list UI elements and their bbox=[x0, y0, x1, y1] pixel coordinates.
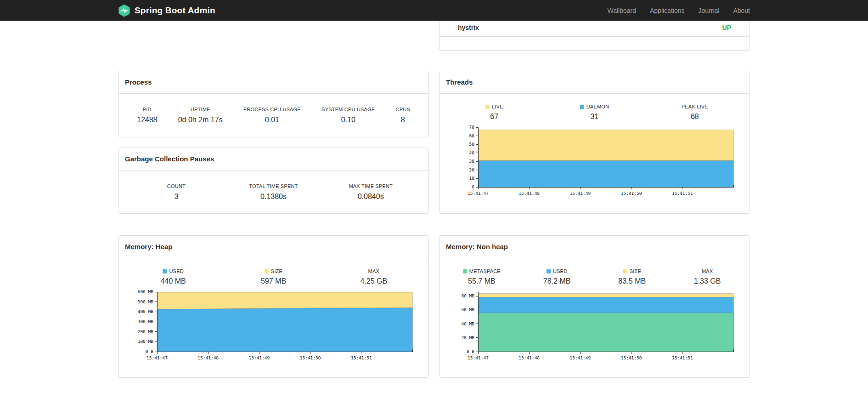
metric-system-cpu-usage: SYSTEM CPU USAGE 0.10 bbox=[321, 107, 375, 124]
metric-value: 0.1380s bbox=[225, 193, 322, 201]
legend-label: USED bbox=[123, 268, 223, 274]
svg-text:0 B: 0 B bbox=[466, 349, 474, 354]
legend-max: MAX 1.33 GB bbox=[670, 268, 745, 285]
svg-text:300 MB: 300 MB bbox=[137, 319, 153, 324]
legend-size: SIZE 83.5 MB bbox=[595, 268, 670, 285]
svg-text:200 MB: 200 MB bbox=[137, 329, 153, 334]
nav-wallboard[interactable]: Wallboard bbox=[600, 7, 643, 14]
svg-text:0: 0 bbox=[472, 184, 474, 189]
nav-about[interactable]: About bbox=[726, 7, 750, 14]
svg-text:15:41:49: 15:41:49 bbox=[569, 191, 591, 196]
metric-label: UPTIME bbox=[178, 107, 223, 112]
process-title: Process bbox=[125, 78, 152, 86]
status-badge: UP bbox=[722, 24, 731, 31]
legend-text: MAX bbox=[368, 268, 379, 274]
metaspace-swatch bbox=[463, 269, 467, 273]
legend-text: METASPACE bbox=[469, 268, 501, 274]
legend-text: USED bbox=[169, 268, 183, 274]
health-panel-spacer bbox=[440, 37, 750, 50]
memory-nonheap-panel-heading: Memory: Non heap bbox=[440, 236, 750, 258]
gc-metrics: COUNT 3 TOTAL TIME SPENT 0.1380s MAX TIM… bbox=[118, 171, 428, 201]
memory-heap-title: Memory: Heap bbox=[125, 243, 172, 251]
svg-text:15:41:51: 15:41:51 bbox=[671, 191, 693, 196]
metric-count: COUNT 3 bbox=[128, 183, 225, 201]
nav-journal[interactable]: Journal bbox=[691, 7, 726, 14]
svg-text:60: 60 bbox=[469, 133, 474, 138]
metric-value: 12488 bbox=[137, 116, 158, 124]
size-swatch bbox=[623, 269, 627, 273]
threads-chart: 01020304050607015:41:4715:41:4815:41:491… bbox=[444, 124, 745, 199]
legend-label: SIZE bbox=[223, 268, 323, 274]
memory-nonheap-chart: 0 B20 MB40 MB60 MB80 MB15:41:4715:41:481… bbox=[444, 288, 745, 364]
metric-label: TOTAL TIME SPENT bbox=[225, 183, 322, 189]
svg-text:70: 70 bbox=[469, 125, 474, 130]
memory-heap-panel: Memory: Heap USED 440 MB SIZE 597 MB MAX… bbox=[118, 235, 429, 378]
metric-label: SYSTEM CPU USAGE bbox=[321, 107, 375, 112]
svg-text:0 B: 0 B bbox=[145, 349, 153, 354]
spring-boot-logo-icon bbox=[118, 4, 130, 17]
svg-text:60 MB: 60 MB bbox=[461, 307, 474, 312]
legend-label: PEAK LIVE bbox=[645, 104, 745, 109]
svg-text:15:41:49: 15:41:49 bbox=[248, 355, 270, 360]
svg-text:15:41:47: 15:41:47 bbox=[468, 191, 489, 196]
legend-value: 55.7 MB bbox=[444, 277, 519, 285]
bottom-row: Memory: Heap USED 440 MB SIZE 597 MB MAX… bbox=[118, 235, 750, 378]
legend-value: 68 bbox=[645, 113, 745, 121]
gc-panel: Garbage Collection Pauses COUNT 3 TOTAL … bbox=[118, 148, 429, 214]
legend-text: DAEMON bbox=[586, 104, 609, 109]
svg-text:15:41:50: 15:41:50 bbox=[299, 355, 321, 360]
threads-title: Threads bbox=[446, 78, 473, 86]
brand-link[interactable]: Spring Boot Admin bbox=[118, 4, 215, 17]
svg-text:600 MB: 600 MB bbox=[137, 289, 153, 294]
svg-text:50: 50 bbox=[469, 142, 474, 147]
metric-cpus: CPUS 8 bbox=[396, 107, 410, 124]
metric-label: COUNT bbox=[128, 183, 225, 189]
threads-legend: LIVE 67 DAEMON 31 PEAK LIVE 68 bbox=[440, 94, 750, 121]
metric-process-cpu-usage: PROCESS CPU USAGE 0.01 bbox=[243, 107, 301, 124]
svg-text:15:41:49: 15:41:49 bbox=[569, 355, 591, 360]
size-swatch bbox=[265, 269, 269, 273]
legend-text: PEAK LIVE bbox=[682, 104, 708, 109]
svg-text:15:41:50: 15:41:50 bbox=[620, 355, 642, 360]
metric-label: PROCESS CPU USAGE bbox=[243, 107, 301, 112]
health-row-hystrix: hystrix UP bbox=[440, 21, 750, 37]
threads-panel-heading: Threads bbox=[440, 71, 750, 94]
legend-max: MAX 4.25 GB bbox=[324, 268, 424, 285]
svg-text:15:41:48: 15:41:48 bbox=[197, 355, 219, 360]
svg-text:15:41:47: 15:41:47 bbox=[468, 355, 489, 360]
svg-text:500 MB: 500 MB bbox=[137, 299, 153, 304]
threads-panel: Threads LIVE 67 DAEMON 31 PEAK LIVE 68 bbox=[439, 71, 750, 214]
svg-text:40 MB: 40 MB bbox=[461, 321, 474, 326]
legend-value: 67 bbox=[444, 113, 544, 121]
daemon-swatch bbox=[580, 105, 584, 109]
memory-nonheap-legend: METASPACE 55.7 MB USED 78.2 MB SIZE 83.5… bbox=[440, 258, 750, 285]
svg-text:20: 20 bbox=[469, 167, 474, 172]
legend-label: USED bbox=[519, 268, 595, 274]
legend-live: LIVE 67 bbox=[444, 104, 544, 121]
legend-label: METASPACE bbox=[444, 268, 519, 274]
memory-heap-legend: USED 440 MB SIZE 597 MB MAX 4.25 GB bbox=[118, 258, 428, 285]
legend-text: SIZE bbox=[630, 268, 641, 274]
legend-peak-live: PEAK LIVE 68 bbox=[645, 104, 745, 121]
svg-text:20 MB: 20 MB bbox=[461, 335, 474, 340]
metric-value: 0.01 bbox=[243, 116, 301, 124]
process-panel-heading: Process bbox=[118, 71, 428, 94]
metric-value: 0d 0h 2m 17s bbox=[178, 116, 223, 124]
used-swatch bbox=[547, 269, 551, 273]
svg-text:15:41:48: 15:41:48 bbox=[519, 355, 540, 360]
legend-used: USED 440 MB bbox=[123, 268, 223, 285]
svg-text:15:41:50: 15:41:50 bbox=[620, 191, 642, 196]
service-name: hystrix bbox=[458, 24, 479, 31]
memory-nonheap-title: Memory: Non heap bbox=[446, 243, 508, 251]
legend-text: USED bbox=[553, 268, 567, 274]
metric-value: 0.10 bbox=[321, 116, 375, 124]
legend-label: LIVE bbox=[444, 104, 544, 109]
nav-applications[interactable]: Applications bbox=[643, 7, 692, 14]
process-metrics: PID 12488 UPTIME 0d 0h 2m 17s PROCESS CP… bbox=[118, 94, 428, 124]
health-panel: hystrix UP bbox=[439, 21, 750, 51]
legend-size: SIZE 597 MB bbox=[223, 268, 323, 285]
legend-label: DAEMON bbox=[544, 104, 644, 109]
gc-panel-heading: Garbage Collection Pauses bbox=[118, 148, 428, 171]
svg-text:15:41:51: 15:41:51 bbox=[671, 355, 693, 360]
metric-label: CPUS bbox=[396, 107, 410, 112]
